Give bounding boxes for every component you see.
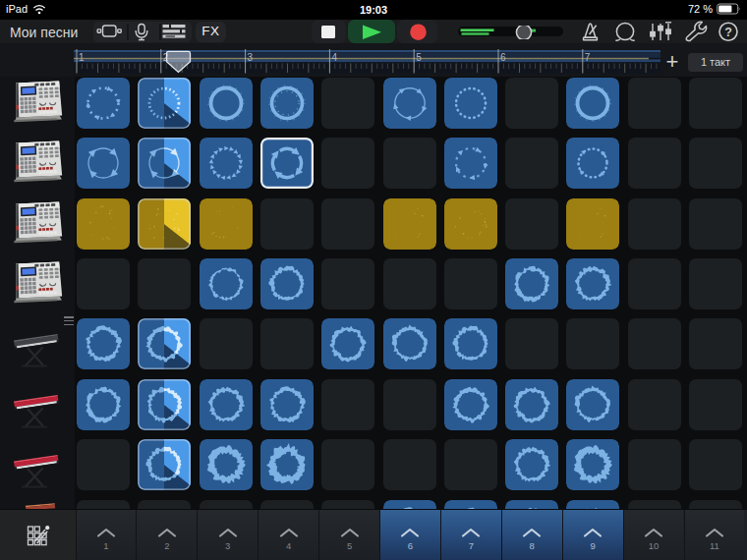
- svg-text:5: 5: [416, 52, 422, 63]
- svg-text:7: 7: [585, 52, 591, 63]
- svg-text:1: 1: [79, 52, 85, 63]
- svg-text:6: 6: [500, 52, 506, 63]
- svg-text:4: 4: [331, 52, 337, 63]
- svg-text:3: 3: [248, 52, 254, 63]
- svg-text:?: ?: [724, 26, 732, 39]
